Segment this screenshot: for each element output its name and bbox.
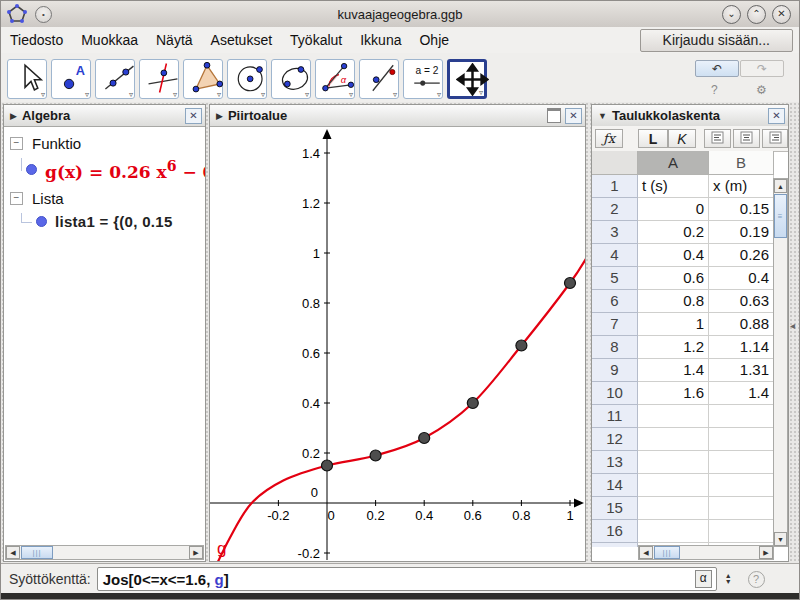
cell-B11[interactable] xyxy=(709,405,774,428)
scroll-left-icon[interactable]: ◀ xyxy=(639,546,653,559)
tool-dropdown-caret[interactable]: ▿ xyxy=(129,90,133,99)
scroll-up-icon[interactable]: ▲ xyxy=(774,179,787,193)
column-header-B[interactable]: B xyxy=(709,151,774,175)
collapse-icon[interactable]: − xyxy=(10,192,23,205)
cell-B9[interactable]: 1.31 xyxy=(709,359,774,382)
graphics-panel[interactable]: ▶ Piirtoalue ✕ -0.20.20.40.60.81-0.20.20… xyxy=(209,104,586,562)
cell-A2[interactable]: 0 xyxy=(638,198,709,221)
popout-window-icon[interactable] xyxy=(547,108,561,123)
cell-A12[interactable] xyxy=(638,428,709,451)
perpendicular-line-tool-button[interactable]: ▿ xyxy=(139,59,179,99)
graphics-close-icon[interactable]: ✕ xyxy=(565,108,582,124)
row-header-8[interactable]: 8 xyxy=(592,336,638,359)
cell-B4[interactable]: 0.26 xyxy=(709,244,774,267)
toolbar-help-icon[interactable]: ? xyxy=(711,83,718,97)
toolbar-settings-gear-icon[interactable]: ⚙ xyxy=(756,83,767,97)
cell-B7[interactable]: 0.88 xyxy=(709,313,774,336)
cell-A10[interactable]: 1.6 xyxy=(638,382,709,405)
undo-button[interactable]: ↶ xyxy=(695,60,739,77)
spreadsheet-close-icon[interactable]: ✕ xyxy=(768,108,785,124)
tool-dropdown-caret[interactable]: ▿ xyxy=(41,90,45,99)
row-header-1[interactable]: 1 xyxy=(592,175,638,198)
algebra-item-g[interactable]: g(x) = 0.26 x6 − 0 xyxy=(18,158,205,182)
function-fx-button[interactable]: ƒx xyxy=(595,129,623,148)
panel-collapse-arrow-icon[interactable]: ▼ xyxy=(598,111,607,121)
tool-dropdown-caret[interactable]: ▿ xyxy=(85,90,89,99)
reflect-tool-button[interactable]: ▿ xyxy=(359,59,399,99)
greek-alpha-button[interactable]: α xyxy=(695,570,712,588)
scroll-thumb[interactable]: ||| xyxy=(21,546,53,559)
object-visibility-dot[interactable] xyxy=(36,216,47,227)
cell-B10[interactable]: 1.4 xyxy=(709,382,774,405)
spreadsheet-vscrollbar[interactable]: ▲ ≡ ▼ xyxy=(773,178,788,547)
bold-button[interactable]: L xyxy=(638,129,668,148)
cell-B8[interactable]: 1.14 xyxy=(709,336,774,359)
data-point[interactable] xyxy=(516,340,527,351)
cell-A3[interactable]: 0.2 xyxy=(638,221,709,244)
tool-dropdown-caret[interactable]: ▿ xyxy=(349,90,353,99)
scroll-right-icon[interactable]: ▶ xyxy=(759,546,773,559)
row-header-4[interactable]: 4 xyxy=(592,244,638,267)
cell-B15[interactable] xyxy=(709,497,774,520)
login-button[interactable]: Kirjaudu sisään... xyxy=(640,29,793,52)
row-header-17[interactable]: 17 xyxy=(592,543,638,547)
menu-item-ohje[interactable]: Ohje xyxy=(410,29,458,51)
cell-A7[interactable]: 1 xyxy=(638,313,709,336)
scroll-left-icon[interactable]: ◀ xyxy=(6,546,20,559)
align-center-button[interactable] xyxy=(733,129,760,148)
menu-item-tiedosto[interactable]: Tiedosto xyxy=(1,29,72,51)
redo-button[interactable]: ↷ xyxy=(740,60,784,77)
panel-collapse-arrow-icon[interactable]: ▶ xyxy=(10,111,17,121)
tool-dropdown-caret[interactable]: ▿ xyxy=(305,90,309,99)
cell-B14[interactable] xyxy=(709,474,774,497)
algebra-hscrollbar[interactable]: ◀ ||| ▶ xyxy=(5,545,204,560)
tool-dropdown-caret[interactable]: ▿ xyxy=(479,88,483,97)
align-left-button[interactable] xyxy=(704,129,731,148)
slider-tool-button[interactable]: a = 2 ▿ xyxy=(403,59,443,99)
cell-A5[interactable]: 0.6 xyxy=(638,267,709,290)
move-tool-button[interactable]: ▿ xyxy=(7,59,47,99)
row-header-6[interactable]: 6 xyxy=(592,290,638,313)
tool-dropdown-caret[interactable]: ▿ xyxy=(217,90,221,99)
algebra-close-icon[interactable]: ✕ xyxy=(185,108,202,124)
cell-A8[interactable]: 1.2 xyxy=(638,336,709,359)
row-header-15[interactable]: 15 xyxy=(592,497,638,520)
scroll-thumb[interactable]: ||| xyxy=(654,546,680,559)
row-header-11[interactable]: 11 xyxy=(592,405,638,428)
row-header-2[interactable]: 2 xyxy=(592,198,638,221)
row-header-14[interactable]: 14 xyxy=(592,474,638,497)
circle-tool-button[interactable]: ▿ xyxy=(227,59,267,99)
cell-A16[interactable] xyxy=(638,520,709,543)
input-history-spinner[interactable]: ▲▼ xyxy=(725,573,732,585)
cell-B5[interactable]: 0.4 xyxy=(709,267,774,290)
cell-A11[interactable] xyxy=(638,405,709,428)
italic-button[interactable]: K xyxy=(668,129,696,148)
plot-canvas[interactable]: -0.20.20.40.60.81-0.20.20.40.60.811.21.4… xyxy=(210,126,585,561)
data-point[interactable] xyxy=(467,398,478,409)
cell-B12[interactable] xyxy=(709,428,774,451)
cell-A15[interactable] xyxy=(638,497,709,520)
polygon-tool-button[interactable]: ▿ xyxy=(183,59,223,99)
cell-B6[interactable]: 0.63 xyxy=(709,290,774,313)
tool-dropdown-caret[interactable]: ▿ xyxy=(393,90,397,99)
row-header-16[interactable]: 16 xyxy=(592,520,638,543)
tool-dropdown-caret[interactable]: ▿ xyxy=(261,90,265,99)
menu-item-näytä[interactable]: Näytä xyxy=(147,29,202,51)
command-input[interactable]: Jos[0<=x<=1.6, g] α xyxy=(97,567,717,591)
cell-A9[interactable]: 1.4 xyxy=(638,359,709,382)
spreadsheet-hscrollbar[interactable]: ◀ ||| ▶ xyxy=(638,545,774,560)
cell-B3[interactable]: 0.19 xyxy=(709,221,774,244)
tool-dropdown-caret[interactable]: ▿ xyxy=(437,90,441,99)
move-graphics-view-tool-button[interactable]: ▿ xyxy=(447,59,487,99)
cell-B1[interactable]: x (m) xyxy=(709,175,774,198)
input-help-icon[interactable]: ? xyxy=(748,571,765,588)
point-tool-button[interactable]: A ▿ xyxy=(51,59,91,99)
panel-collapse-arrow-icon[interactable]: ▶ xyxy=(216,111,223,121)
data-point[interactable] xyxy=(370,450,381,461)
cell-A4[interactable]: 0.4 xyxy=(638,244,709,267)
row-header-13[interactable]: 13 xyxy=(592,451,638,474)
tool-dropdown-caret[interactable]: ▿ xyxy=(173,90,177,99)
column-header-A[interactable]: A xyxy=(638,151,709,175)
close-button[interactable]: ✕ xyxy=(772,5,791,24)
cell-A6[interactable]: 0.8 xyxy=(638,290,709,313)
